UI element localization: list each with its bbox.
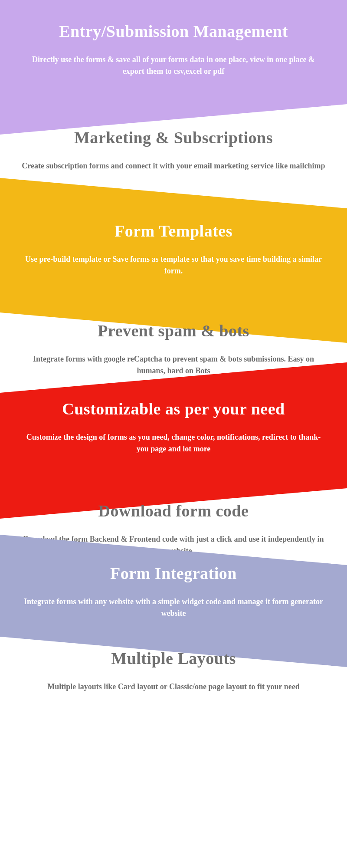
feature-sections: Entry/Submission Management Directly use… — [0, 0, 347, 868]
section-title: Form Integration — [22, 564, 325, 584]
section-marketing-subscriptions: Marketing & Subscriptions Create subscri… — [0, 119, 347, 191]
section-description: Directly use the forms & save all of you… — [22, 54, 325, 78]
section-entry-submission: Entry/Submission Management Directly use… — [0, 0, 347, 138]
section-description: Multiple layouts like Card layout or Cla… — [22, 681, 325, 693]
section-title: Marketing & Subscriptions — [22, 128, 325, 148]
section-title: Customizable as per your need — [22, 399, 325, 419]
section-title: Form Templates — [22, 221, 325, 241]
section-title: Entry/Submission Management — [22, 22, 325, 42]
section-description: Customize the design of forms as you nee… — [22, 431, 325, 456]
section-title: Prevent spam & bots — [22, 321, 325, 341]
section-description: Use pre-build template or Save forms as … — [22, 253, 325, 278]
section-description: Create subscription forms and connect it… — [22, 160, 325, 172]
section-title: Multiple Layouts — [22, 649, 325, 669]
section-title: Download form code — [22, 501, 325, 521]
section-description: Integrate forms with any website with a … — [22, 596, 325, 620]
section-multiple-layouts: Multiple Layouts Multiple layouts like C… — [0, 644, 347, 742]
